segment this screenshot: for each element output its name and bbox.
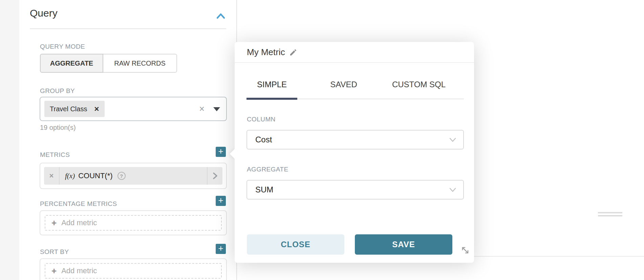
tag-remove-icon[interactable]: ✕ [94, 105, 99, 113]
metric-name: COUNT(*) [78, 171, 112, 180]
collapse-section-button[interactable] [215, 11, 226, 21]
section-rule [30, 28, 226, 29]
group-by-select[interactable]: Travel Class ✕ × [40, 97, 227, 121]
metric-edit-popover: My Metric SIMPLE SAVED CUSTOM SQL COLUMN… [235, 42, 474, 263]
add-metric-button[interactable]: + [216, 147, 226, 157]
sort-by-label: SORT BY [40, 248, 69, 256]
caret-down-icon[interactable] [213, 107, 220, 111]
group-by-tag-label: Travel Class [50, 105, 87, 113]
popover-header: My Metric [235, 42, 474, 63]
drag-handle[interactable] [598, 212, 622, 216]
edit-pencil-icon[interactable] [289, 48, 297, 56]
metrics-container: × f(x) COUNT(*) ? [40, 163, 227, 189]
clear-icon[interactable]: × [199, 104, 205, 114]
metric-remove-icon[interactable]: × [44, 167, 60, 185]
percentage-metrics-container: + Add metric [40, 210, 227, 235]
chevron-right-icon [211, 171, 219, 180]
aggregate-select-value: SUM [255, 185, 273, 194]
sort-by-container: + Add metric [40, 258, 227, 280]
add-sort-metric-button[interactable]: + [216, 244, 226, 254]
group-by-options-count: 19 option(s) [40, 124, 76, 132]
column-select[interactable]: Cost [246, 130, 464, 149]
metric-expand-button[interactable] [207, 167, 222, 185]
group-by-tag[interactable]: Travel Class ✕ [44, 101, 105, 117]
query-section-title: Query [30, 7, 58, 19]
tab-custom-sql[interactable]: CUSTOM SQL [385, 80, 453, 89]
query-mode-aggregate-button[interactable]: AGGREGATE [40, 54, 103, 73]
column-label: COLUMN [247, 116, 276, 123]
plus-icon: + [51, 218, 57, 228]
metric-pill[interactable]: × f(x) COUNT(*) ? [44, 167, 222, 185]
left-rail [0, 0, 19, 280]
add-percentage-metric-button[interactable]: + [216, 196, 226, 206]
close-button[interactable]: CLOSE [247, 234, 344, 255]
chevron-down-icon [449, 187, 456, 193]
query-mode-label: QUERY MODE [40, 43, 85, 50]
add-percentage-metric-dropzone[interactable]: + Add metric [45, 215, 222, 231]
aggregate-label: AGGREGATE [247, 166, 288, 173]
percentage-metrics-label: PERCENTAGE METRICS [40, 200, 117, 208]
query-mode-raw-records-button[interactable]: RAW RECORDS [103, 54, 177, 73]
popover-title: My Metric [247, 47, 285, 57]
function-icon: f(x) [65, 172, 75, 180]
resize-icon[interactable] [460, 246, 470, 255]
popover-arrow [230, 148, 240, 159]
active-tab-indicator [246, 98, 297, 100]
add-metric-placeholder: Add metric [61, 218, 97, 227]
add-metric-placeholder: Add metric [61, 266, 97, 275]
metrics-label: METRICS [40, 151, 70, 159]
aggregate-select[interactable]: SUM [246, 180, 464, 200]
group-by-label: GROUP BY [40, 87, 75, 95]
add-sort-metric-dropzone[interactable]: + Add metric [45, 263, 222, 279]
tab-simple[interactable]: SIMPLE [238, 80, 306, 89]
chevron-down-icon [449, 137, 456, 143]
chevron-up-icon [215, 11, 226, 21]
query-mode-toggle: AGGREGATE RAW RECORDS [40, 54, 177, 73]
plus-icon: + [51, 266, 57, 276]
help-icon[interactable]: ? [117, 172, 126, 180]
column-select-value: Cost [255, 135, 272, 144]
tab-saved[interactable]: SAVED [310, 80, 378, 89]
save-button[interactable]: SAVE [355, 234, 452, 255]
